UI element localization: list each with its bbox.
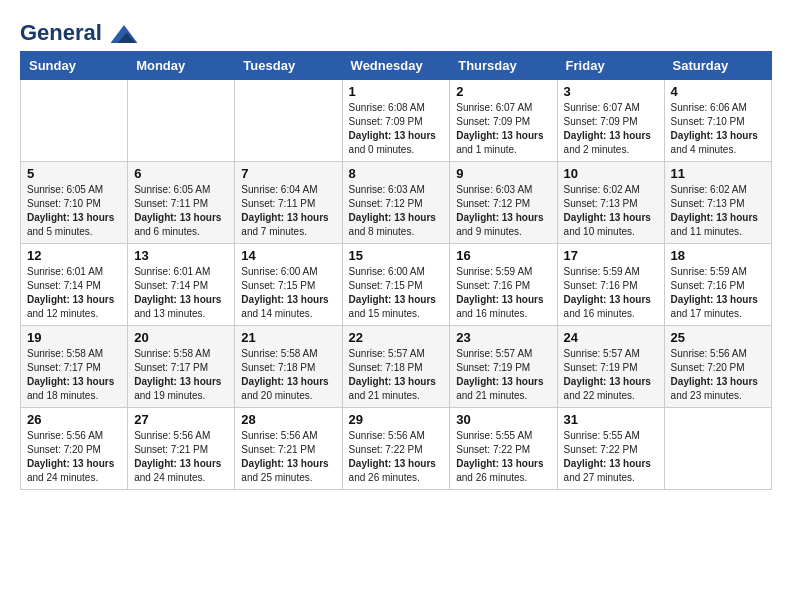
calendar-cell: 5Sunrise: 6:05 AMSunset: 7:10 PMDaylight… [21,162,128,244]
calendar-cell: 23Sunrise: 5:57 AMSunset: 7:19 PMDayligh… [450,326,557,408]
day-number: 5 [27,166,121,181]
day-number: 29 [349,412,444,427]
day-number: 15 [349,248,444,263]
day-number: 11 [671,166,765,181]
day-info: Sunrise: 6:00 AMSunset: 7:15 PMDaylight:… [349,265,444,321]
calendar-cell: 28Sunrise: 5:56 AMSunset: 7:21 PMDayligh… [235,408,342,490]
calendar-cell [664,408,771,490]
day-number: 17 [564,248,658,263]
logo-text: General [20,20,138,45]
day-info: Sunrise: 6:03 AMSunset: 7:12 PMDaylight:… [456,183,550,239]
calendar-week-1: 1Sunrise: 6:08 AMSunset: 7:09 PMDaylight… [21,80,772,162]
logo-icon [110,25,138,43]
day-info: Sunrise: 5:59 AMSunset: 7:16 PMDaylight:… [456,265,550,321]
day-number: 2 [456,84,550,99]
day-info: Sunrise: 5:57 AMSunset: 7:19 PMDaylight:… [456,347,550,403]
day-info: Sunrise: 6:00 AMSunset: 7:15 PMDaylight:… [241,265,335,321]
day-info: Sunrise: 6:04 AMSunset: 7:11 PMDaylight:… [241,183,335,239]
day-info: Sunrise: 6:01 AMSunset: 7:14 PMDaylight:… [134,265,228,321]
day-info: Sunrise: 6:05 AMSunset: 7:11 PMDaylight:… [134,183,228,239]
day-number: 14 [241,248,335,263]
day-number: 1 [349,84,444,99]
page-header: General [20,20,772,41]
day-number: 16 [456,248,550,263]
calendar-cell: 13Sunrise: 6:01 AMSunset: 7:14 PMDayligh… [128,244,235,326]
calendar-cell [235,80,342,162]
calendar-cell: 7Sunrise: 6:04 AMSunset: 7:11 PMDaylight… [235,162,342,244]
day-number: 31 [564,412,658,427]
calendar-cell: 1Sunrise: 6:08 AMSunset: 7:09 PMDaylight… [342,80,450,162]
day-number: 23 [456,330,550,345]
day-info: Sunrise: 5:56 AMSunset: 7:22 PMDaylight:… [349,429,444,485]
weekday-header-sunday: Sunday [21,52,128,80]
day-info: Sunrise: 5:56 AMSunset: 7:20 PMDaylight:… [27,429,121,485]
day-number: 30 [456,412,550,427]
day-info: Sunrise: 5:57 AMSunset: 7:19 PMDaylight:… [564,347,658,403]
day-number: 9 [456,166,550,181]
calendar-cell: 2Sunrise: 6:07 AMSunset: 7:09 PMDaylight… [450,80,557,162]
calendar-cell [21,80,128,162]
calendar-cell: 8Sunrise: 6:03 AMSunset: 7:12 PMDaylight… [342,162,450,244]
day-number: 12 [27,248,121,263]
day-number: 18 [671,248,765,263]
day-info: Sunrise: 6:02 AMSunset: 7:13 PMDaylight:… [671,183,765,239]
calendar-cell: 19Sunrise: 5:58 AMSunset: 7:17 PMDayligh… [21,326,128,408]
day-info: Sunrise: 5:58 AMSunset: 7:17 PMDaylight:… [27,347,121,403]
calendar-week-5: 26Sunrise: 5:56 AMSunset: 7:20 PMDayligh… [21,408,772,490]
calendar-body: 1Sunrise: 6:08 AMSunset: 7:09 PMDaylight… [21,80,772,490]
calendar-cell: 27Sunrise: 5:56 AMSunset: 7:21 PMDayligh… [128,408,235,490]
day-info: Sunrise: 5:56 AMSunset: 7:21 PMDaylight:… [134,429,228,485]
day-number: 21 [241,330,335,345]
day-info: Sunrise: 6:08 AMSunset: 7:09 PMDaylight:… [349,101,444,157]
calendar-cell: 24Sunrise: 5:57 AMSunset: 7:19 PMDayligh… [557,326,664,408]
day-number: 19 [27,330,121,345]
day-info: Sunrise: 6:02 AMSunset: 7:13 PMDaylight:… [564,183,658,239]
calendar-week-2: 5Sunrise: 6:05 AMSunset: 7:10 PMDaylight… [21,162,772,244]
weekday-header-saturday: Saturday [664,52,771,80]
calendar-cell: 9Sunrise: 6:03 AMSunset: 7:12 PMDaylight… [450,162,557,244]
day-info: Sunrise: 6:03 AMSunset: 7:12 PMDaylight:… [349,183,444,239]
day-number: 28 [241,412,335,427]
calendar-cell: 20Sunrise: 5:58 AMSunset: 7:17 PMDayligh… [128,326,235,408]
calendar: SundayMondayTuesdayWednesdayThursdayFrid… [20,51,772,490]
day-info: Sunrise: 6:01 AMSunset: 7:14 PMDaylight:… [27,265,121,321]
calendar-cell: 6Sunrise: 6:05 AMSunset: 7:11 PMDaylight… [128,162,235,244]
day-number: 7 [241,166,335,181]
calendar-cell: 30Sunrise: 5:55 AMSunset: 7:22 PMDayligh… [450,408,557,490]
day-info: Sunrise: 6:06 AMSunset: 7:10 PMDaylight:… [671,101,765,157]
calendar-cell: 14Sunrise: 6:00 AMSunset: 7:15 PMDayligh… [235,244,342,326]
day-info: Sunrise: 5:58 AMSunset: 7:17 PMDaylight:… [134,347,228,403]
weekday-header-thursday: Thursday [450,52,557,80]
day-info: Sunrise: 6:05 AMSunset: 7:10 PMDaylight:… [27,183,121,239]
weekday-header-tuesday: Tuesday [235,52,342,80]
day-info: Sunrise: 5:56 AMSunset: 7:20 PMDaylight:… [671,347,765,403]
day-number: 20 [134,330,228,345]
calendar-cell: 4Sunrise: 6:06 AMSunset: 7:10 PMDaylight… [664,80,771,162]
day-number: 25 [671,330,765,345]
day-info: Sunrise: 5:59 AMSunset: 7:16 PMDaylight:… [671,265,765,321]
calendar-week-3: 12Sunrise: 6:01 AMSunset: 7:14 PMDayligh… [21,244,772,326]
day-number: 4 [671,84,765,99]
calendar-header-row: SundayMondayTuesdayWednesdayThursdayFrid… [21,52,772,80]
calendar-cell: 10Sunrise: 6:02 AMSunset: 7:13 PMDayligh… [557,162,664,244]
calendar-cell: 29Sunrise: 5:56 AMSunset: 7:22 PMDayligh… [342,408,450,490]
day-info: Sunrise: 5:59 AMSunset: 7:16 PMDaylight:… [564,265,658,321]
day-info: Sunrise: 6:07 AMSunset: 7:09 PMDaylight:… [564,101,658,157]
calendar-cell: 31Sunrise: 5:55 AMSunset: 7:22 PMDayligh… [557,408,664,490]
calendar-cell: 18Sunrise: 5:59 AMSunset: 7:16 PMDayligh… [664,244,771,326]
day-number: 13 [134,248,228,263]
weekday-header-monday: Monday [128,52,235,80]
day-number: 6 [134,166,228,181]
calendar-week-4: 19Sunrise: 5:58 AMSunset: 7:17 PMDayligh… [21,326,772,408]
calendar-cell: 17Sunrise: 5:59 AMSunset: 7:16 PMDayligh… [557,244,664,326]
day-number: 10 [564,166,658,181]
calendar-cell: 26Sunrise: 5:56 AMSunset: 7:20 PMDayligh… [21,408,128,490]
day-number: 26 [27,412,121,427]
day-info: Sunrise: 5:57 AMSunset: 7:18 PMDaylight:… [349,347,444,403]
weekday-header-wednesday: Wednesday [342,52,450,80]
calendar-cell: 25Sunrise: 5:56 AMSunset: 7:20 PMDayligh… [664,326,771,408]
day-info: Sunrise: 6:07 AMSunset: 7:09 PMDaylight:… [456,101,550,157]
logo: General [20,20,138,41]
day-number: 3 [564,84,658,99]
calendar-cell: 12Sunrise: 6:01 AMSunset: 7:14 PMDayligh… [21,244,128,326]
